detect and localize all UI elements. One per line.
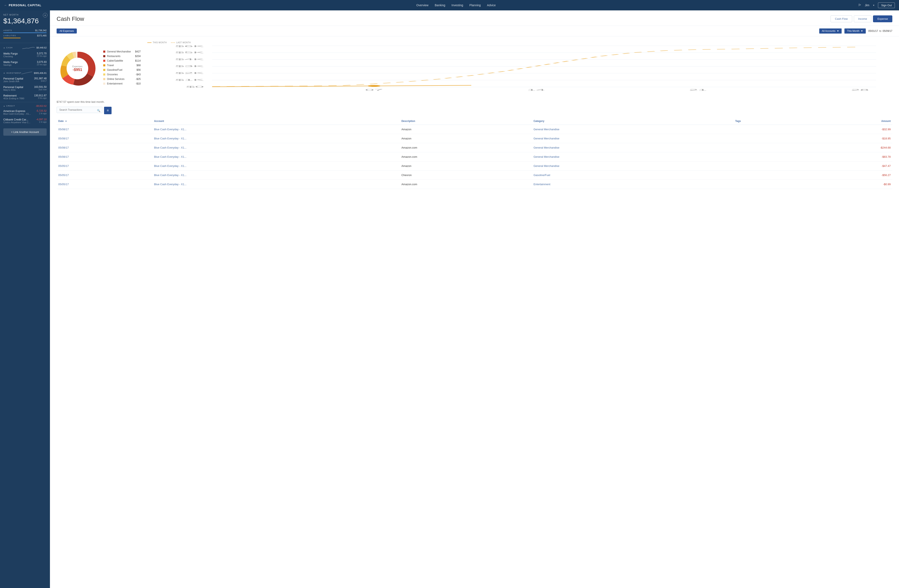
account-time: 23 hrs ago: [37, 55, 46, 57]
account-value: -5,725.52: [36, 110, 46, 113]
this-month-dropdown[interactable]: This Month ▼: [844, 28, 866, 34]
account-value: 261,987.48: [34, 77, 46, 80]
chevron-down-icon: ▼: [861, 29, 863, 32]
legend-item: Travel $68: [103, 64, 141, 67]
retirement-item[interactable]: Retirement 401k Ending in 7890 130,911.6…: [0, 93, 50, 101]
amex-item[interactable]: American Express Blue Cash Everyday - X1…: [0, 108, 50, 117]
wells-fargo-checking-item[interactable]: Wells Fargo Checking 5,372.70 23 hrs ago: [0, 51, 50, 59]
legend-color: [103, 51, 105, 52]
flag-icon: 🏳: [858, 3, 862, 7]
nav-overview[interactable]: Overview: [416, 3, 428, 7]
transaction-account: Blue Cash Everyday - X1...: [152, 134, 400, 143]
dashed-line-icon: [171, 42, 175, 43]
last-month-legend: LAST MONTH: [171, 42, 191, 44]
line-chart-svg: $0 $1K $2K $3K $4K $5K $6K 07 14 21 28: [147, 45, 892, 95]
svg-text:28: 28: [851, 89, 869, 91]
account-value: 5,372.70: [37, 52, 46, 55]
investment-category-header[interactable]: ▲ INVESTMENT $905,406.81: [0, 69, 50, 76]
transaction-category: General Merchandise: [532, 134, 734, 143]
income-button[interactable]: Income: [854, 15, 871, 22]
credit-arrow-icon: ▲: [3, 105, 5, 107]
legend-color: [103, 73, 105, 76]
net-worth-value: $1,364,876: [3, 17, 46, 25]
sign-out-button[interactable]: Sign Out: [878, 3, 895, 8]
assets-progress-bar: [3, 32, 46, 33]
filter-lines-icon: ≡: [107, 109, 109, 113]
account-sub: Checking: [3, 55, 18, 58]
transaction-date: 05/08/17: [57, 143, 152, 152]
date-from: 05/01/17: [868, 29, 878, 32]
expense-button[interactable]: Expense: [873, 15, 892, 22]
assets-row: ASSETS $1,738,342: [3, 29, 46, 32]
transaction-amount: -$0.99: [796, 180, 892, 189]
add-account-icon[interactable]: +: [43, 13, 48, 17]
table-row[interactable]: 05/08/17 Blue Cash Everyday - X1... Amaz…: [57, 134, 892, 143]
table-row[interactable]: 05/05/17 Blue Cash Everyday - X1... Amaz…: [57, 162, 892, 171]
nav-investing[interactable]: Investing: [452, 3, 463, 7]
all-accounts-dropdown[interactable]: All Accounts ▼: [819, 28, 842, 34]
credit-label: CREDIT: [6, 105, 15, 107]
table-row[interactable]: 05/08/17 Blue Cash Everyday - X1... Amaz…: [57, 152, 892, 162]
app-name: PERSONAL CAPITAL: [9, 3, 42, 7]
transaction-category: Gasoline/Fuel: [532, 171, 734, 180]
date-separator: to: [879, 29, 881, 32]
legend-color: [103, 55, 105, 57]
table-row[interactable]: 05/08/17 Blue Cash Everyday - X1... Amaz…: [57, 125, 892, 134]
date-column-header[interactable]: Date ▼: [57, 117, 152, 125]
transaction-date: 05/08/17: [57, 125, 152, 134]
citibank-item[interactable]: Citibank Credit Car... Costco Anywhere V…: [0, 117, 50, 125]
transaction-account: Blue Cash Everyday - X1...: [152, 162, 400, 171]
content-header: Cash Flow Cash Flow Income Expense: [50, 11, 899, 26]
filter-icon-button[interactable]: ≡: [104, 107, 111, 114]
cash-header-left: ▲ CASH: [3, 46, 13, 49]
account-value: -4,097.10: [36, 118, 46, 121]
liabilities-row: LIABILITIES $373,465: [3, 34, 46, 37]
link-account-button[interactable]: + Link Another Account: [3, 128, 46, 136]
transaction-account: Blue Cash Everyday - X1...: [152, 143, 400, 152]
table-row[interactable]: 05/08/17 Blue Cash Everyday - X1... Amaz…: [57, 143, 892, 152]
transaction-category: General Merchandise: [532, 162, 734, 171]
legend-item: General Merchandise $427: [103, 50, 141, 53]
nav-banking[interactable]: Banking: [435, 3, 445, 7]
table-row[interactable]: 05/05/17 Blue Cash Everyday - X1... Amaz…: [57, 180, 892, 189]
this-month-legend: THIS MONTH: [147, 42, 167, 44]
nav-advice[interactable]: Advice: [487, 3, 496, 7]
cashflow-button[interactable]: Cash Flow: [831, 15, 852, 22]
cash-category-header[interactable]: ▲ CASH $8,448.62: [0, 44, 50, 51]
transaction-description: Amazon.com: [400, 143, 532, 152]
credit-category-header[interactable]: ▲ CREDIT -$9,822.62: [0, 103, 50, 108]
transaction-date: 05/05/17: [57, 171, 152, 180]
table-row[interactable]: 05/05/17 Blue Cash Everyday - X1... Chev…: [57, 171, 892, 180]
transaction-account: Blue Cash Everyday - X1...: [152, 180, 400, 189]
personal-capital-ira-item[interactable]: Personal Capital John Smith IRA 261,987.…: [0, 76, 50, 84]
back-icon[interactable]: ←: [4, 3, 7, 7]
user-chevron-icon[interactable]: ▼: [873, 4, 875, 6]
legend-item: Online Services -$25: [103, 78, 141, 80]
account-name: Retirement: [3, 94, 24, 97]
cash-total: $8,448.62: [36, 46, 46, 49]
wells-fargo-savings-item[interactable]: Wells Fargo Savings 3,075.93 23 hrs ago: [0, 59, 50, 68]
transaction-description: Amazon.com: [400, 180, 532, 189]
svg-text:$1K: $1K: [175, 79, 204, 81]
all-expenses-chip[interactable]: All Expenses: [57, 28, 77, 34]
account-sub: Mary's 401k: [3, 89, 23, 91]
legend-color: [103, 64, 105, 66]
nav-planning[interactable]: Planning: [470, 3, 481, 7]
search-input[interactable]: [57, 107, 102, 113]
line-chart-wrapper: $0 $1K $2K $3K $4K $5K $6K 07 14 21 28: [147, 45, 892, 95]
description-column-header: Description: [400, 117, 532, 125]
personal-capital-401k-item[interactable]: Personal Capital Mary's 401k 163,591.50 …: [0, 84, 50, 93]
transaction-description: Amazon: [400, 162, 532, 171]
user-name[interactable]: Jim: [865, 3, 870, 7]
category-column-header: Category: [532, 117, 734, 125]
transaction-category: General Merchandise: [532, 152, 734, 162]
account-name: Wells Fargo: [3, 60, 18, 64]
account-column-header: Account: [152, 117, 400, 125]
transaction-area: $747.57 spent over this time last month.…: [50, 100, 899, 196]
net-worth-label: NET WORTH: [3, 14, 46, 16]
transaction-description: Amazon: [400, 134, 532, 143]
logo-area: ← PERSONAL CAPITAL: [4, 3, 42, 7]
transaction-description: Amazon.com: [400, 152, 532, 162]
date-to: 05/09/17: [882, 29, 892, 32]
nav-right: 🏳 Jim ▼ Sign Out: [858, 3, 895, 8]
